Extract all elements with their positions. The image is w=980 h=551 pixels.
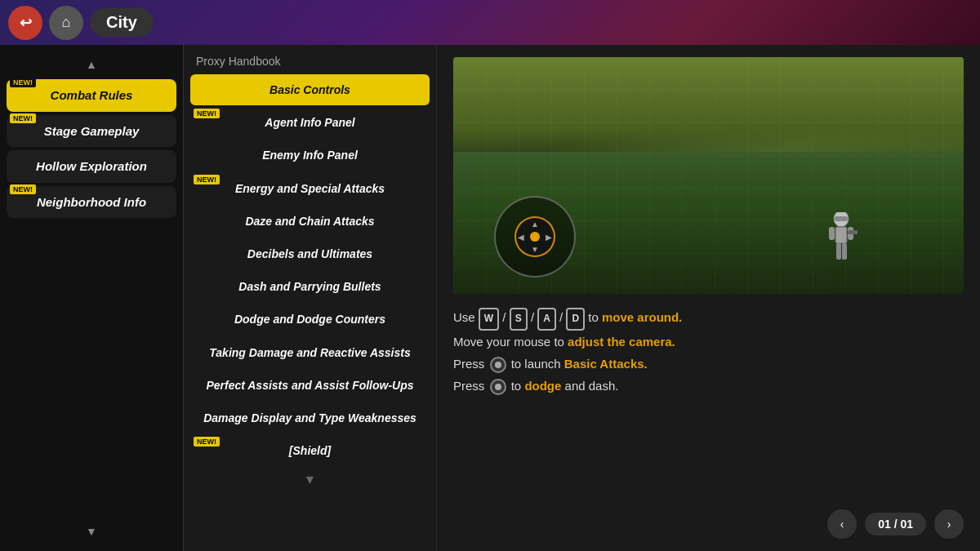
sidebar-label-hollow-exploration: Hollow Exploration (16, 158, 167, 175)
menu-item-shield[interactable]: NEW! [Shield] (190, 435, 430, 466)
sidebar-item-stage-gameplay[interactable]: NEW! Stage Gameplay (7, 115, 176, 148)
sidebar-label-neighborhood-info: Neighborhood Info (16, 194, 167, 211)
game-preview: ▲ ▼ ◀ ▶ (453, 57, 964, 294)
top-bar: ↩ ⌂ City (0, 0, 980, 45)
menu-item-basic-controls[interactable]: Basic Controls (190, 74, 430, 105)
svg-rect-8 (842, 243, 847, 260)
key-d: D (566, 308, 585, 331)
back-icon: ↩ (20, 14, 32, 32)
menu-item-dodge-counters[interactable]: Dodge and Dodge Counters (190, 304, 430, 335)
menu-label-damage-display: Damage Display and Type Weaknesses (202, 411, 418, 425)
key-s: S (510, 308, 528, 331)
menu-list: Basic Controls NEW! Agent Info Panel Ene… (184, 74, 436, 551)
info-line-2: Move your mouse to adjust the camera. (453, 331, 964, 353)
svg-rect-2 (835, 216, 848, 221)
line1-mid: to (588, 310, 602, 324)
menu-item-decibels-ultimates[interactable]: Decibels and Ultimates (190, 238, 430, 269)
arrow-down-icon: ▼ (531, 245, 539, 254)
svg-rect-4 (829, 227, 835, 240)
page-number-text: 01 / 01 (878, 518, 913, 531)
video-area: ▲ ▼ ◀ ▶ (453, 57, 964, 294)
line3-mid: to launch (511, 357, 564, 371)
middle-panel: Proxy Handbook Basic Controls NEW! Agent… (184, 45, 437, 551)
arrow-left-icon: ◀ (518, 233, 524, 242)
home-icon: ⌂ (62, 14, 71, 31)
svg-rect-7 (836, 243, 841, 260)
menu-item-taking-damage[interactable]: Taking Damage and Reactive Assists (190, 337, 430, 368)
sidebar-item-hollow-exploration[interactable]: Hollow Exploration (7, 150, 176, 183)
line4-prefix: Press (453, 379, 488, 393)
line3-prefix: Press (453, 357, 488, 371)
sidebar-item-combat-rules[interactable]: NEW! Combat Rules (7, 79, 176, 112)
line1-sep2: / (531, 310, 537, 324)
info-text: Use W / S / A / D to move around. Move y… (453, 306, 964, 397)
joystick-inner: ▲ ▼ ◀ ▶ (514, 216, 555, 257)
new-badge-neighborhood: NEW! (10, 184, 36, 194)
sidebar-item-neighborhood-info[interactable]: NEW! Neighborhood Info (7, 186, 176, 219)
menu-label-dash-parrying: Dash and Parrying Bullets (202, 279, 418, 294)
menu-label-perfect-assists: Perfect Assists and Assist Follow-Ups (202, 378, 418, 393)
menu-item-daze-chain[interactable]: Daze and Chain Attacks (190, 206, 430, 237)
line2-prefix: Move your mouse to (453, 335, 568, 349)
svg-rect-6 (848, 230, 858, 234)
key-w: W (479, 308, 499, 331)
page-title: City (90, 8, 154, 37)
page-indicator: 01 / 01 (865, 513, 926, 535)
line1-sep3: / (559, 310, 566, 324)
new-badge-stage: NEW! (10, 113, 36, 123)
home-button[interactable]: ⌂ (49, 6, 83, 40)
line4-end: and dash. (565, 379, 619, 393)
prev-icon: ‹ (840, 518, 844, 531)
info-line-4: Press to dodge and dash. (453, 375, 964, 397)
line4-highlight: dodge (524, 379, 561, 393)
menu-label-decibels-ultimates: Decibels and Ultimates (202, 247, 418, 261)
line4-mid: to (511, 379, 525, 393)
line1-highlight: move around. (602, 310, 682, 324)
new-badge-agent: NEW! (194, 109, 220, 118)
joystick-overlay: ▲ ▼ ◀ ▶ (494, 196, 576, 278)
menu-label-dodge-counters: Dodge and Dodge Counters (202, 312, 418, 327)
panel-header: Proxy Handbook (184, 45, 436, 74)
menu-item-enemy-info-panel[interactable]: Enemy Info Panel (190, 140, 430, 171)
menu-label-agent-info-panel: Agent Info Panel (202, 115, 418, 130)
main-content: ▲ NEW! Combat Rules NEW! Stage Gameplay … (0, 45, 980, 551)
menu-scroll-down[interactable]: ▼ (190, 468, 430, 492)
info-line-3: Press to launch Basic Attacks. (453, 353, 964, 375)
action-icon-attack (490, 357, 506, 373)
new-badge-combat: NEW! (10, 78, 36, 87)
line3-highlight: Basic Attacks. (564, 357, 648, 371)
back-button[interactable]: ↩ (8, 6, 42, 40)
action-icon-dodge (490, 379, 506, 395)
left-sidebar: ▲ NEW! Combat Rules NEW! Stage Gameplay … (0, 45, 184, 551)
prev-button[interactable]: ‹ (827, 509, 857, 539)
title-text: City (106, 13, 137, 31)
menu-label-taking-damage: Taking Damage and Reactive Assists (202, 345, 418, 360)
menu-label-energy-special: Energy and Special Attacks (202, 181, 418, 196)
new-badge-shield: NEW! (194, 437, 220, 447)
menu-item-perfect-assists[interactable]: Perfect Assists and Assist Follow-Ups (190, 370, 430, 401)
right-content: ▲ ▼ ◀ ▶ (437, 45, 980, 551)
sidebar-label-stage-gameplay: Stage Gameplay (16, 123, 167, 140)
character (825, 212, 858, 269)
sidebar-scroll-up[interactable]: ▲ (7, 53, 176, 76)
menu-item-damage-display[interactable]: Damage Display and Type Weaknesses (190, 402, 430, 433)
svg-rect-3 (835, 227, 847, 243)
next-button[interactable]: › (934, 509, 964, 539)
menu-item-agent-info-panel[interactable]: NEW! Agent Info Panel (190, 107, 430, 138)
menu-item-dash-parrying[interactable]: Dash and Parrying Bullets (190, 271, 430, 302)
menu-label-shield: [Shield] (202, 443, 418, 458)
line2-highlight: adjust the camera. (568, 335, 675, 349)
menu-label-basic-controls: Basic Controls (202, 82, 418, 97)
character-svg (825, 212, 858, 269)
new-badge-energy: NEW! (194, 175, 220, 184)
arrow-right-icon: ▶ (546, 233, 552, 242)
arrow-up-icon: ▲ (531, 220, 539, 229)
panel-header-text: Proxy Handbook (196, 55, 281, 68)
line1-prefix: Use (453, 310, 479, 324)
joystick-arrows: ▲ ▼ ◀ ▶ (516, 218, 554, 256)
sidebar-scroll-down[interactable]: ▼ (7, 520, 176, 543)
key-a: A (537, 308, 556, 331)
nav-bar: ‹ 01 / 01 › (453, 509, 964, 539)
menu-item-energy-special[interactable]: NEW! Energy and Special Attacks (190, 173, 430, 204)
menu-label-daze-chain: Daze and Chain Attacks (202, 214, 418, 229)
